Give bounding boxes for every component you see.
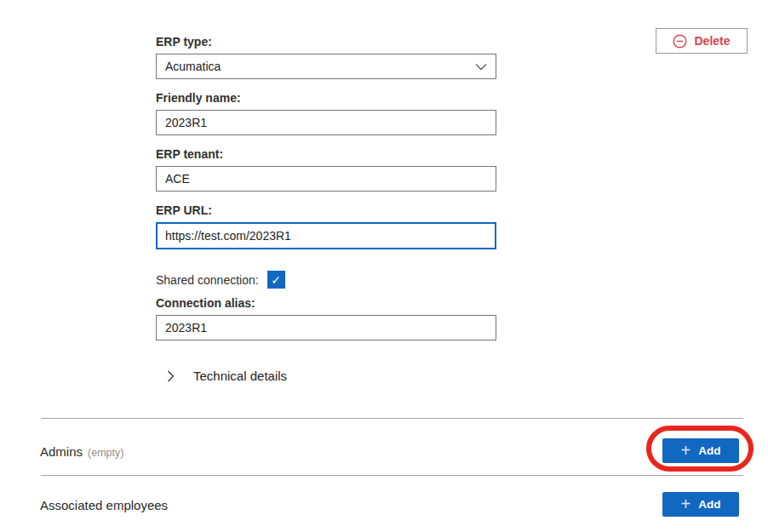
erp-type-selected-value: Acumatica xyxy=(165,60,221,73)
friendly-name-input[interactable] xyxy=(156,110,496,135)
admins-add-button[interactable]: + Add xyxy=(662,438,739,463)
plus-icon: + xyxy=(681,442,691,459)
admins-empty-badge: (empty) xyxy=(88,447,123,459)
delete-button[interactable]: Delete xyxy=(656,28,748,54)
associated-employees-add-button-label: Add xyxy=(698,498,720,511)
associated-employees-title-text: Associated employees xyxy=(40,498,168,512)
shared-connection-checkbox[interactable]: ✓ xyxy=(267,271,285,289)
divider xyxy=(41,475,743,476)
shared-connection-label: Shared connection: xyxy=(156,273,259,287)
technical-details-expander[interactable]: Technical details xyxy=(156,369,496,383)
erp-tenant-label: ERP tenant: xyxy=(156,147,496,161)
minus-circle-icon xyxy=(673,34,687,49)
admins-add-button-label: Add xyxy=(698,444,720,457)
chevron-right-icon xyxy=(167,370,175,382)
connection-alias-input[interactable] xyxy=(156,315,496,340)
erp-type-select[interactable]: Acumatica xyxy=(156,54,496,79)
erp-form: ERP type: Acumatica Friendly name: ERP t… xyxy=(156,35,496,383)
erp-url-label: ERP URL: xyxy=(156,203,496,217)
erp-type-label: ERP type: xyxy=(156,35,496,49)
technical-details-label: Technical details xyxy=(193,369,287,383)
associated-employees-section-title: Associated employees xyxy=(40,498,168,512)
chevron-down-icon xyxy=(475,63,487,71)
admins-title-text: Admins xyxy=(40,444,83,459)
associated-employees-add-button[interactable]: + Add xyxy=(662,492,739,517)
delete-button-label: Delete xyxy=(694,34,730,48)
erp-connection-page: Delete ERP type: Acumatica Friendly name… xyxy=(0,0,768,532)
checkmark-icon: ✓ xyxy=(271,274,281,286)
erp-tenant-input[interactable] xyxy=(156,166,496,192)
shared-connection-row: Shared connection: ✓ xyxy=(156,271,496,289)
erp-url-input[interactable] xyxy=(156,222,496,249)
admins-section-title: Admins (empty) xyxy=(40,444,123,459)
divider xyxy=(41,418,743,419)
plus-icon: + xyxy=(681,495,691,512)
connection-alias-label: Connection alias: xyxy=(156,296,496,310)
friendly-name-label: Friendly name: xyxy=(156,91,496,105)
